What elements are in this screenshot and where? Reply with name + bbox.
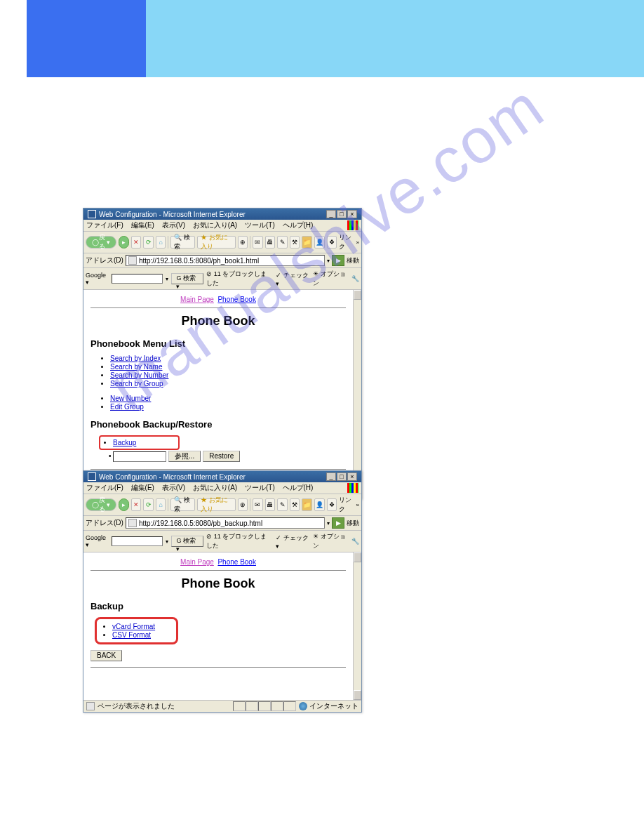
misc-icon[interactable]: ❖ [327, 236, 337, 249]
links-label[interactable]: リンク [339, 233, 354, 251]
refresh-button[interactable]: ⟳ [143, 236, 154, 249]
menu-view[interactable]: 表示(V) [162, 484, 185, 491]
menu-edit[interactable]: 編集(E) [131, 221, 154, 229]
links-label[interactable]: リンク [339, 496, 354, 514]
address-label: アドレス(D) [86, 256, 123, 265]
csv-format-link[interactable]: CSV Format [112, 631, 151, 639]
minimize-button[interactable]: _ [326, 472, 336, 481]
stop-button[interactable]: ✕ [131, 236, 142, 249]
g-option-label[interactable]: ☀ オプション [313, 270, 349, 288]
titlebar: Web Configuration - Microsoft Internet E… [83, 471, 361, 482]
tool-icon[interactable]: ⚒ [290, 498, 300, 511]
ie-icon [88, 210, 96, 218]
search-name-link[interactable]: Search by Name [110, 363, 162, 371]
person-icon[interactable]: 👤 [314, 498, 325, 511]
forward-button[interactable]: ▸ [119, 498, 129, 511]
folder-icon[interactable]: 📁 [302, 498, 312, 511]
g-block-label[interactable]: ⊘ 11 をブロックしました [206, 532, 273, 550]
scrollbar[interactable] [353, 290, 361, 486]
home-button[interactable]: ⌂ [156, 498, 166, 511]
menu-fav[interactable]: お気に入り(A) [193, 484, 237, 491]
search-button[interactable]: 🔍 検索 [170, 236, 195, 249]
g-check-label[interactable]: ✓ チェック ▾ [276, 271, 310, 287]
forward-button[interactable]: ▸ [119, 236, 129, 249]
window-title: Web Configuration - Microsoft Internet E… [99, 211, 246, 218]
close-button[interactable]: × [347, 210, 357, 218]
maximize-button[interactable]: □ [337, 210, 347, 218]
menubar: ファイル(F) 編集(E) 表示(V) お気に入り(A) ツール(T) ヘルプ(… [83, 220, 361, 232]
print-button[interactable]: 🖶 [265, 236, 276, 249]
menu-view[interactable]: 表示(V) [162, 221, 185, 229]
folder-icon[interactable]: 📁 [302, 236, 312, 249]
restore-button[interactable]: Restore [203, 451, 240, 462]
menu-edit[interactable]: 編集(E) [131, 484, 154, 491]
url-input[interactable]: http://192.168.0.5:8080/ph_book1.html [126, 255, 325, 266]
history-button[interactable]: ⊕ [238, 236, 248, 249]
back-button[interactable]: ◯ 戻る ▾ [86, 498, 116, 511]
misc-icon[interactable]: ❖ [327, 498, 337, 511]
back-button[interactable]: ◯ 戻る ▾ [86, 236, 116, 249]
menu-tool[interactable]: ツール(T) [245, 484, 275, 491]
g-block-label[interactable]: ⊘ 11 をブロックしました [206, 270, 273, 288]
google-label[interactable]: Google ▾ [86, 534, 109, 548]
url-input[interactable]: http://192.168.0.5:8080/pb_backup.html [126, 517, 325, 529]
scrollbar[interactable] [353, 552, 361, 700]
phone-book-link[interactable]: Phone Book [217, 296, 256, 303]
mail-button[interactable]: ✉ [253, 498, 263, 511]
refresh-button[interactable]: ⟳ [143, 498, 154, 511]
google-search-input[interactable] [112, 274, 163, 284]
search-button[interactable]: 🔍 検索 [170, 498, 195, 511]
stop-button[interactable]: ✕ [131, 498, 142, 511]
edit-group-link[interactable]: Edit Group [110, 403, 144, 411]
window-buttons: _ □ × [326, 472, 357, 481]
menu-file[interactable]: ファイル(F) [86, 221, 123, 229]
search-number-link[interactable]: Search by Number [110, 371, 168, 379]
favorites-button[interactable]: ★ お気に入り [197, 236, 236, 249]
phone-book-link[interactable]: Phone Book [217, 558, 256, 566]
go-button[interactable]: ▶ [332, 517, 344, 529]
page-content: Main Page Phone Book Phone Book Phoneboo… [83, 290, 361, 486]
maximize-button[interactable]: □ [337, 472, 347, 481]
menu-file[interactable]: ファイル(F) [86, 484, 123, 491]
browse-button[interactable]: 参照... [168, 451, 201, 462]
restore-file-input[interactable] [113, 451, 166, 462]
favorites-button[interactable]: ★ お気に入り [197, 498, 236, 511]
backup-link[interactable]: Backup [113, 439, 136, 446]
breadcrumb: Main Page Phone Book [90, 296, 346, 303]
net-indicator: インターネット [299, 701, 358, 711]
go-label: 移動 [347, 256, 359, 265]
menu-tool[interactable]: ツール(T) [245, 221, 275, 229]
go-button[interactable]: ▶ [332, 255, 344, 266]
back-page-button[interactable]: BACK [90, 650, 122, 661]
main-page-link[interactable]: Main Page [180, 558, 214, 566]
tool-icon[interactable]: ⚒ [290, 236, 300, 249]
g-search-button[interactable]: G 検索 ▾ [171, 273, 203, 284]
google-search-input[interactable] [112, 536, 163, 546]
main-page-link[interactable]: Main Page [180, 296, 214, 303]
search-index-link[interactable]: Search by Index [110, 355, 161, 362]
g-option-label[interactable]: ☀ オプション [313, 532, 349, 550]
menubar: ファイル(F) 編集(E) 表示(V) お気に入り(A) ツール(T) ヘルプ(… [83, 482, 361, 494]
close-button[interactable]: × [347, 472, 357, 481]
g-search-button[interactable]: G 検索 ▾ [171, 536, 203, 547]
g-check-label[interactable]: ✓ チェック ▾ [276, 534, 310, 550]
home-button[interactable]: ⌂ [156, 236, 166, 249]
menu-help[interactable]: ヘルプ(H) [283, 484, 314, 491]
menu-fav[interactable]: お気に入り(A) [193, 221, 237, 229]
edit-button[interactable]: ✎ [277, 236, 288, 249]
edit-button[interactable]: ✎ [277, 498, 288, 511]
menu-help[interactable]: ヘルプ(H) [283, 221, 314, 229]
new-number-link[interactable]: New Number [110, 395, 151, 402]
person-icon[interactable]: 👤 [314, 236, 325, 249]
google-label[interactable]: Google ▾ [86, 272, 109, 286]
page-title: Phone Book [90, 576, 346, 591]
status-text: ページが表示されました [98, 701, 175, 711]
print-button[interactable]: 🖶 [265, 498, 276, 511]
page-content: Main Page Phone Book Phone Book Backup v… [83, 552, 361, 700]
minimize-button[interactable]: _ [326, 210, 336, 218]
mail-button[interactable]: ✉ [253, 236, 263, 249]
history-button[interactable]: ⊕ [238, 498, 248, 511]
titlebar: Web Configuration - Microsoft Internet E… [83, 208, 361, 220]
search-group-link[interactable]: Search by Group [110, 380, 163, 388]
vcard-format-link[interactable]: vCard Format [112, 623, 155, 630]
